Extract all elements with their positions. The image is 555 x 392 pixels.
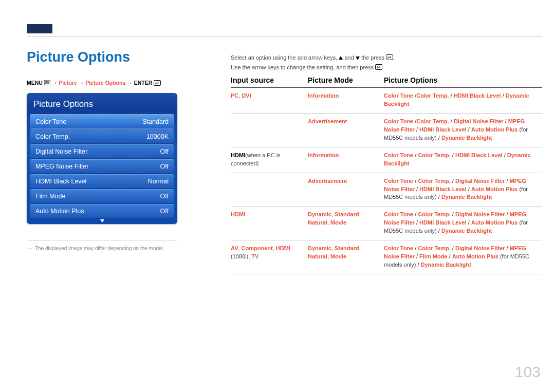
instr-line2-a: Use the arrow keys to change the setting… bbox=[231, 64, 375, 70]
osd-row[interactable]: Color Temp.10000K bbox=[30, 129, 174, 143]
osd-row-value: Off bbox=[160, 163, 169, 170]
osd-row-value: Off bbox=[160, 193, 169, 200]
cell-picture-options: Color Tone / Color Temp. / Digital Noise… bbox=[384, 211, 542, 235]
osd-row-value: 10000K bbox=[146, 133, 169, 140]
osd-row-value: Off bbox=[160, 208, 169, 215]
cell-picture-mode: Information bbox=[308, 152, 384, 168]
th-picture-options: Picture Options bbox=[384, 76, 542, 84]
instr-line2-b: . bbox=[382, 64, 384, 70]
page-number: 103 bbox=[515, 363, 541, 381]
breadcrumb: MENU → Picture → Picture Options → ENTER bbox=[27, 80, 161, 87]
breadcrumb-picture-options: Picture Options bbox=[85, 80, 125, 86]
svg-marker-5 bbox=[100, 219, 104, 222]
cell-picture-options: Color Tone / Color Temp. / Digital Noise… bbox=[384, 177, 542, 202]
breadcrumb-picture: Picture bbox=[59, 80, 77, 86]
cell-picture-options: Color Tone / Color Temp. / HDMI Black Le… bbox=[384, 152, 542, 168]
osd-row-label: Color Temp. bbox=[35, 133, 70, 140]
osd-row-label: MPEG Noise Filter bbox=[35, 163, 89, 170]
osd-row[interactable]: Auto Motion PlusOff bbox=[30, 204, 174, 218]
table-row: PC, DVIInformationColor Tone /Color Temp… bbox=[231, 88, 542, 114]
options-table: Input source Picture Mode Picture Option… bbox=[231, 76, 542, 274]
header-divider bbox=[27, 36, 542, 37]
cell-input-source: HDMI bbox=[231, 211, 308, 235]
enter-icon-inline-2 bbox=[375, 63, 382, 73]
osd-row-label: Auto Motion Plus bbox=[35, 208, 84, 215]
osd-row-value: Standard bbox=[142, 118, 169, 125]
osd-row-label: Color Tone bbox=[35, 118, 66, 125]
cell-picture-options: Color Tone /Color Temp. / Digital Noise … bbox=[384, 118, 542, 142]
cell-picture-mode: Dynamic, Standard, Natural, Movie bbox=[308, 211, 384, 235]
table-row: AV, Component, HDMI (1080i), TVDynamic, … bbox=[231, 240, 542, 274]
cell-input-source: AV, Component, HDMI (1080i), TV bbox=[231, 245, 308, 269]
breadcrumb-sep-3: → bbox=[127, 80, 134, 86]
page-title: Picture Options bbox=[27, 49, 130, 65]
table-row: HDMI(when a PC is connected)InformationC… bbox=[231, 147, 542, 173]
table-row: AdvertisementColor Tone /Color Temp. / D… bbox=[231, 114, 542, 147]
osd-panel-title: Picture Options bbox=[30, 96, 174, 115]
osd-panel: Picture Options Color ToneStandardColor … bbox=[27, 93, 177, 224]
menu-icon bbox=[44, 80, 50, 86]
table-header-row: Input source Picture Mode Picture Option… bbox=[231, 76, 542, 88]
breadcrumb-enter: ENTER bbox=[134, 80, 153, 86]
osd-row[interactable]: MPEG Noise FilterOff bbox=[30, 159, 174, 173]
breadcrumb-menu: MENU bbox=[27, 80, 43, 86]
instr-line1-b: and bbox=[343, 54, 355, 61]
osd-row[interactable]: Color ToneStandard bbox=[30, 115, 174, 128]
cell-picture-mode: Advertisement bbox=[308, 177, 384, 202]
osd-row[interactable]: HDMI Black LevelNormal bbox=[30, 174, 174, 188]
model-note: ―The displayed image may differ dependin… bbox=[27, 246, 181, 251]
cell-input-source: PC, DVI bbox=[231, 92, 308, 108]
table-row: HDMIDynamic, Standard, Natural, MovieCol… bbox=[231, 207, 542, 240]
table-row: AdvertisementColor Tone / Color Temp. / … bbox=[231, 173, 542, 207]
enter-icon bbox=[154, 80, 161, 87]
instr-line1-c: the press bbox=[360, 54, 386, 61]
cell-picture-mode: Information bbox=[308, 92, 384, 108]
down-arrow-icon bbox=[356, 53, 360, 63]
cell-picture-mode: Dynamic, Standard, Natural, Movie bbox=[308, 245, 384, 269]
panel-divider bbox=[27, 240, 177, 241]
osd-row-value: Off bbox=[160, 148, 169, 155]
header-accent-bar bbox=[27, 24, 52, 33]
osd-row-label: HDMI Black Level bbox=[35, 178, 86, 185]
cell-input-source bbox=[231, 118, 308, 142]
breadcrumb-sep-2: → bbox=[79, 80, 85, 86]
osd-row-value: Normal bbox=[148, 178, 169, 185]
cell-picture-options: Color Tone /Color Temp. / HDMI Black Lev… bbox=[384, 92, 542, 108]
svg-marker-7 bbox=[356, 57, 360, 60]
instructions: Select an option using the and arrow key… bbox=[231, 53, 540, 73]
instr-line1-a: Select an option using the and arrow key… bbox=[231, 54, 339, 61]
osd-row-label: Film Mode bbox=[35, 193, 65, 200]
osd-row[interactable]: Film ModeOff bbox=[30, 189, 174, 203]
instr-line1-d: . bbox=[393, 54, 395, 61]
th-input-source: Input source bbox=[231, 76, 308, 84]
osd-row-label: Digital Noise Filter bbox=[35, 148, 87, 155]
cell-input-source: HDMI(when a PC is connected) bbox=[231, 152, 308, 168]
breadcrumb-sep-1: → bbox=[52, 80, 59, 86]
cell-picture-options: Color Tone / Color Temp. / Digital Noise… bbox=[384, 245, 542, 269]
osd-row[interactable]: Digital Noise FilterOff bbox=[30, 144, 174, 158]
scroll-down-icon[interactable] bbox=[30, 219, 174, 225]
th-picture-mode: Picture Mode bbox=[308, 76, 384, 84]
enter-icon-inline-1 bbox=[386, 53, 393, 63]
cell-input-source bbox=[231, 177, 308, 202]
cell-picture-mode: Advertisement bbox=[308, 118, 384, 142]
